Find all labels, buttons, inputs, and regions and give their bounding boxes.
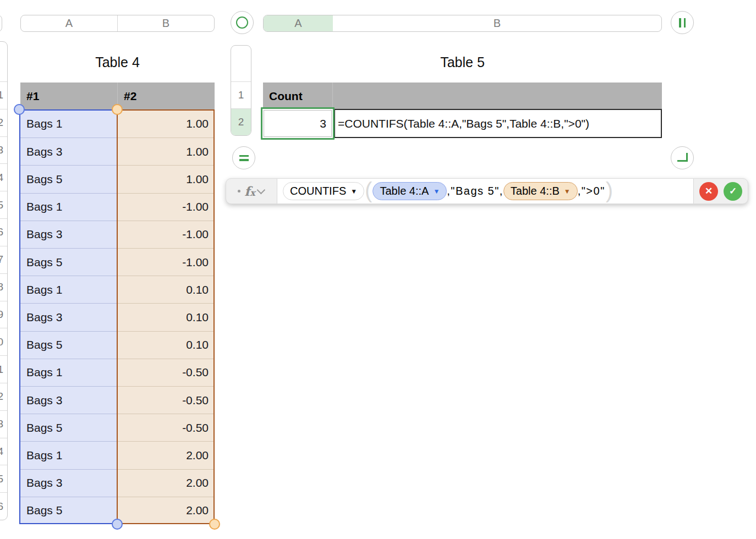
range-token-label: Table 4::B: [511, 185, 560, 197]
table4-cell-b[interactable]: -1.00: [117, 193, 215, 221]
formula-literal-bags5[interactable]: ,"Bags 5",: [447, 185, 503, 197]
accept-formula-button[interactable]: ✓: [724, 182, 742, 201]
table4-body: Bags 1 1.00 Bags 3 1.00 Bags 5 1.00 Bags…: [20, 110, 215, 524]
table4-cell-b[interactable]: 1.00: [117, 110, 215, 138]
equals-button[interactable]: [232, 146, 255, 169]
row-number[interactable]: 9: [0, 301, 7, 328]
table4-title[interactable]: Table 4: [20, 53, 215, 71]
range-token-table4-b[interactable]: Table 4::B ▼: [503, 182, 578, 200]
table4-cell-b[interactable]: 1.00: [117, 138, 215, 165]
table4-cell-b[interactable]: 0.10: [117, 331, 215, 359]
table5-header-row: Count: [263, 82, 662, 110]
dot-icon: [238, 190, 240, 193]
table4-cell-a[interactable]: Bags 5: [20, 248, 117, 276]
row-number[interactable]: 8: [0, 273, 7, 301]
table4-cell-a[interactable]: Bags 1: [20, 441, 117, 469]
close-paren: ): [606, 179, 613, 201]
table4-cell-a[interactable]: Bags 5: [20, 414, 117, 441]
table4-row-number-strip[interactable]: 1 2 3 4 5 6 7 8 9 10 11 12 13 14 15 16: [0, 41, 8, 520]
table4-column-b-header[interactable]: B: [117, 15, 214, 31]
row-number[interactable]: 1: [231, 81, 251, 108]
row-number[interactable]: 15: [0, 465, 7, 492]
table4-cell-a[interactable]: Bags 3: [20, 303, 117, 331]
range-token-label: Table 4::A: [380, 185, 429, 197]
selection-handle-bottom-orange[interactable]: [209, 519, 220, 530]
table-row: Bags 5 -1.00: [20, 248, 215, 276]
formula-cell-b2[interactable]: =COUNTIFS(Table 4::A,"Bags 5",Table 4::B…: [334, 109, 662, 138]
return-corner-button[interactable]: [671, 146, 694, 169]
row-number[interactable]: 7: [0, 246, 7, 273]
table-row: Bags 3 0.10: [20, 303, 215, 331]
table4-cell-b[interactable]: -0.50: [117, 386, 215, 414]
cancel-formula-button[interactable]: ✕: [699, 182, 718, 201]
row-number[interactable]: 4: [0, 163, 7, 191]
row-number[interactable]: 3: [0, 136, 7, 164]
table4-cell-a[interactable]: Bags 3: [20, 469, 117, 497]
table4-cell-a[interactable]: Bags 5: [20, 165, 117, 193]
table4-column-bar: A B: [20, 15, 215, 32]
table4-header-cell-2[interactable]: #2: [117, 82, 215, 110]
table4-cell-a[interactable]: Bags 5: [20, 497, 117, 524]
table5-title[interactable]: Table 5: [263, 53, 662, 71]
table5-column-bar: A B: [263, 15, 662, 32]
table4-cell-b[interactable]: 2.00: [117, 441, 215, 469]
table4-cell-a[interactable]: Bags 3: [20, 138, 117, 165]
table-row: Bags 5 0.10: [20, 331, 215, 359]
table4-cell-a[interactable]: Bags 3: [20, 221, 117, 248]
table5-header-cell-b[interactable]: [332, 82, 662, 110]
table4-cell-b[interactable]: -0.50: [117, 359, 215, 386]
formula-literal-gt0[interactable]: ,">0": [578, 185, 605, 197]
row-number-selected[interactable]: 2: [231, 108, 251, 135]
selected-cell-a2[interactable]: 3: [261, 107, 335, 140]
formula-input[interactable]: COUNTIFS ▼ ( Table 4::A ▼ ,"Bags 5", Tab…: [277, 179, 694, 204]
row-number[interactable]: 14: [0, 438, 7, 465]
table4-cell-b[interactable]: 0.10: [117, 276, 215, 303]
selection-handle-top-left-blue[interactable]: [14, 104, 25, 115]
row-number[interactable]: 11: [0, 355, 7, 383]
function-token-countifs[interactable]: COUNTIFS ▼: [283, 182, 364, 200]
table5-header-cell-count[interactable]: Count: [263, 82, 332, 110]
table4-cell-b[interactable]: 2.00: [117, 497, 215, 524]
table4-cell-a[interactable]: Bags 3: [20, 386, 117, 414]
table4-cell-b[interactable]: 2.00: [117, 469, 215, 497]
table-row: Bags 3 -1.00: [20, 221, 215, 248]
table5-row-number-strip: 1 2: [231, 45, 251, 136]
table4-cell-a[interactable]: Bags 1: [20, 110, 117, 138]
table4-cell-a[interactable]: Bags 5: [20, 331, 117, 359]
row-number[interactable]: 1: [0, 81, 7, 109]
table4-column-a-header[interactable]: A: [21, 15, 117, 31]
row-strip-blank: [0, 42, 7, 81]
pause-columns-button[interactable]: [671, 11, 694, 34]
table4-cell-a[interactable]: Bags 1: [20, 276, 117, 303]
row-number[interactable]: 10: [0, 328, 7, 355]
selection-handle-bottom-blue[interactable]: [112, 519, 123, 530]
caret-down-icon: ▼: [564, 188, 571, 195]
caret-down-icon: ▼: [433, 188, 440, 195]
row-number[interactable]: 6: [0, 218, 7, 246]
table4-cell-b[interactable]: 1.00: [117, 165, 215, 193]
table5-column-a-header[interactable]: A: [264, 15, 333, 31]
row-number[interactable]: 16: [0, 492, 7, 520]
table-row: Bags 1 -0.50: [20, 359, 215, 386]
table4-cell-b[interactable]: -1.00: [117, 221, 215, 248]
equals-icon: [239, 155, 249, 161]
table4-header-cell-1[interactable]: #1: [20, 82, 117, 110]
table4-cell-a[interactable]: Bags 1: [20, 193, 117, 221]
table4-cell-b[interactable]: -1.00: [117, 248, 215, 276]
function-token-label: COUNTIFS: [290, 185, 346, 197]
table-row: Bags 5 -0.50: [20, 414, 215, 441]
row-number[interactable]: 5: [0, 191, 7, 218]
table4-cell-b[interactable]: 0.10: [117, 303, 215, 331]
table5-column-b-header[interactable]: B: [333, 15, 661, 31]
selection-handle-top-orange[interactable]: [112, 104, 123, 115]
range-token-table4-a[interactable]: Table 4::A ▼: [372, 182, 447, 200]
row-number[interactable]: 13: [0, 410, 7, 438]
circle-ring-icon: [236, 16, 248, 29]
table4-cell-b[interactable]: -0.50: [117, 414, 215, 441]
table4-cell-a[interactable]: Bags 1: [20, 359, 117, 386]
select-table-button[interactable]: [231, 11, 254, 34]
function-menu[interactable]: fx: [226, 179, 277, 204]
row-number[interactable]: 2: [0, 109, 7, 136]
row-number[interactable]: 12: [0, 383, 7, 410]
table-row: Bags 3 2.00: [20, 469, 215, 497]
